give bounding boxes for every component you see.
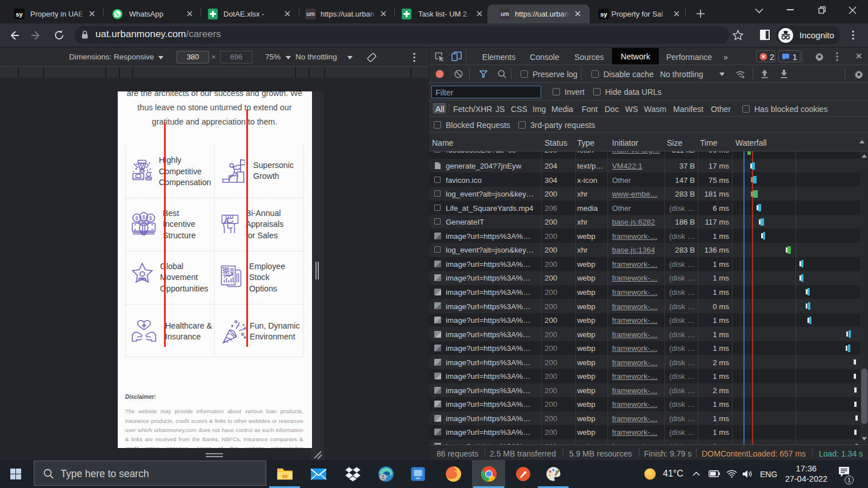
svg-text:$: $ [135, 215, 139, 221]
svg-text:$: $ [142, 214, 146, 220]
svg-text:$: $ [149, 215, 153, 221]
